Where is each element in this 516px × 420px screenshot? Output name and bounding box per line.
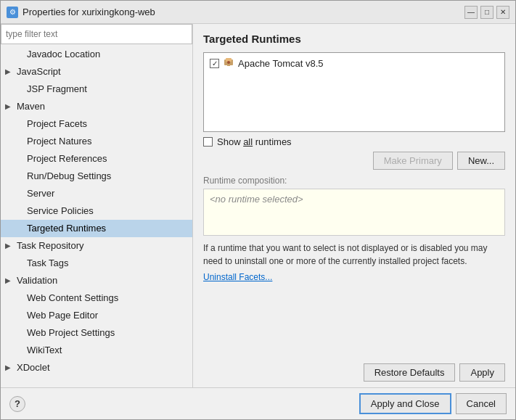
composition-box: <no runtime selected> bbox=[203, 189, 505, 236]
show-all-row: Show all runtimes bbox=[203, 136, 505, 147]
tree-container: Javadoc Location ▶ JavaScript JSP Fragme… bbox=[1, 44, 192, 387]
expand-icon: ▶ bbox=[5, 65, 14, 79]
footer-right: Apply and Close Cancel bbox=[359, 393, 507, 414]
spacer-icon bbox=[15, 343, 24, 358]
sidebar-item-javadoc[interactable]: Javadoc Location bbox=[1, 46, 192, 63]
spacer-icon bbox=[15, 152, 24, 166]
sidebar-item-label: JavaScript bbox=[17, 65, 61, 79]
sidebar-item-xdoclet[interactable]: ▶ XDoclet bbox=[1, 359, 192, 376]
dialog: ⚙ Properties for xurixingkong-web — □ ✕ … bbox=[0, 0, 516, 420]
composition-placeholder: <no runtime selected> bbox=[210, 194, 303, 205]
title-bar-controls: — □ ✕ bbox=[464, 6, 509, 19]
sidebar-item-maven[interactable]: ▶ Maven bbox=[1, 98, 192, 115]
dialog-footer: ? Apply and Close Cancel bbox=[1, 387, 515, 419]
help-button[interactable]: ? bbox=[9, 396, 25, 412]
svg-rect-3 bbox=[227, 64, 230, 66]
cancel-button[interactable]: Cancel bbox=[456, 393, 507, 414]
spacer-icon bbox=[15, 204, 24, 218]
sidebar-item-label: Web Page Editor bbox=[27, 308, 98, 323]
tomcat-icon bbox=[224, 57, 234, 70]
tomcat-checkbox[interactable] bbox=[210, 59, 219, 68]
spacer-icon bbox=[15, 134, 24, 149]
spacer-icon bbox=[15, 82, 24, 96]
sidebar-item-label: Project Natures bbox=[27, 134, 92, 149]
info-text: If a runtime that you want to select is … bbox=[203, 242, 505, 268]
sidebar-item-project-references[interactable]: Project References bbox=[1, 150, 192, 168]
spacer-icon bbox=[15, 47, 24, 62]
show-all-checkbox[interactable] bbox=[203, 137, 213, 147]
sidebar: Javadoc Location ▶ JavaScript JSP Fragme… bbox=[1, 24, 193, 387]
sidebar-item-web-content-settings[interactable]: Web Content Settings bbox=[1, 289, 192, 307]
sidebar-item-project-natures[interactable]: Project Natures bbox=[1, 133, 192, 150]
spacer-icon bbox=[15, 308, 24, 323]
dialog-icon: ⚙ bbox=[7, 7, 18, 18]
panel-title: Targeted Runtimes bbox=[203, 33, 505, 45]
sidebar-item-label: Web Project Settings bbox=[27, 326, 115, 340]
svg-point-2 bbox=[227, 61, 230, 64]
sidebar-item-label: XDoclet bbox=[17, 361, 50, 375]
sidebar-item-server[interactable]: Server bbox=[1, 185, 192, 202]
minimize-button[interactable]: — bbox=[464, 6, 478, 19]
sidebar-item-label: Targeted Runtimes bbox=[27, 221, 106, 236]
sidebar-item-label: Javadoc Location bbox=[27, 47, 100, 62]
spacer-icon bbox=[15, 291, 24, 305]
sidebar-item-label: Server bbox=[27, 186, 54, 201]
sidebar-item-label: Project References bbox=[27, 152, 107, 166]
sidebar-item-service-policies[interactable]: Service Policies bbox=[1, 202, 192, 220]
expand-icon: ▶ bbox=[5, 99, 14, 114]
sidebar-item-task-repository[interactable]: ▶ Task Repository bbox=[1, 237, 192, 255]
sidebar-item-label: WikiText bbox=[27, 343, 62, 358]
make-primary-button[interactable]: Make Primary bbox=[373, 152, 453, 170]
sidebar-item-jsp-fragment[interactable]: JSP Fragment bbox=[1, 81, 192, 98]
right-panel: Targeted Runtimes Apache Tomcat v8.5 bbox=[193, 24, 515, 387]
sidebar-item-validation[interactable]: ▶ Validation bbox=[1, 272, 192, 289]
filter-input[interactable] bbox=[1, 24, 192, 44]
sidebar-item-label: Web Content Settings bbox=[27, 291, 118, 305]
restore-defaults-button[interactable]: Restore Defaults bbox=[364, 363, 456, 382]
expand-icon: ▶ bbox=[5, 239, 14, 253]
sidebar-item-task-tags[interactable]: Task Tags bbox=[1, 255, 192, 272]
spacer-icon bbox=[15, 256, 24, 271]
sidebar-item-project-facets[interactable]: Project Facets bbox=[1, 115, 192, 133]
apply-close-button[interactable]: Apply and Close bbox=[359, 393, 451, 414]
composition-label: Runtime composition: bbox=[203, 176, 505, 186]
runtime-label-tomcat: Apache Tomcat v8.5 bbox=[238, 58, 324, 69]
sidebar-item-label: Maven bbox=[17, 99, 45, 114]
sidebar-item-label: Task Tags bbox=[27, 256, 69, 271]
spacer-icon bbox=[15, 326, 24, 340]
spacer-icon bbox=[15, 221, 24, 236]
spacer-icon bbox=[15, 117, 24, 131]
sidebar-item-label: Task Repository bbox=[17, 239, 83, 253]
main-content: Javadoc Location ▶ JavaScript JSP Fragme… bbox=[1, 24, 515, 387]
runtime-buttons: Make Primary New... bbox=[203, 152, 505, 170]
apply-button[interactable]: Apply bbox=[459, 363, 505, 382]
spacer-icon bbox=[15, 169, 24, 184]
show-all-label: Show all runtimes bbox=[217, 136, 292, 147]
sidebar-item-label: Project Facets bbox=[27, 117, 87, 131]
sidebar-item-label: JSP Fragment bbox=[27, 82, 87, 96]
footer-left: ? bbox=[9, 396, 25, 412]
title-bar: ⚙ Properties for xurixingkong-web — □ ✕ bbox=[1, 1, 515, 24]
sidebar-item-wikitext[interactable]: WikiText bbox=[1, 342, 192, 359]
panel-bottom-buttons: Restore Defaults Apply bbox=[203, 363, 505, 382]
close-button[interactable]: ✕ bbox=[496, 6, 509, 19]
expand-icon: ▶ bbox=[5, 361, 14, 375]
sidebar-item-targeted-runtimes[interactable]: Targeted Runtimes bbox=[1, 220, 192, 237]
sidebar-item-run-debug[interactable]: Run/Debug Settings bbox=[1, 168, 192, 185]
expand-icon: ▶ bbox=[5, 273, 14, 288]
maximize-button[interactable]: □ bbox=[480, 6, 494, 19]
sidebar-item-label: Run/Debug Settings bbox=[27, 169, 111, 184]
sidebar-item-label: Service Policies bbox=[27, 204, 94, 218]
runtime-item-tomcat[interactable]: Apache Tomcat v8.5 bbox=[207, 56, 501, 71]
sidebar-item-label: Validation bbox=[17, 273, 57, 288]
dialog-title: Properties for xurixingkong-web bbox=[22, 7, 460, 17]
spacer-icon bbox=[15, 186, 24, 201]
new-button[interactable]: New... bbox=[457, 152, 505, 170]
sidebar-item-web-page-editor[interactable]: Web Page Editor bbox=[1, 307, 192, 324]
uninstall-facets-link[interactable]: Uninstall Facets... bbox=[203, 272, 505, 282]
sidebar-item-javascript[interactable]: ▶ JavaScript bbox=[1, 63, 192, 81]
runtime-list[interactable]: Apache Tomcat v8.5 bbox=[203, 52, 505, 132]
sidebar-item-web-project-settings[interactable]: Web Project Settings bbox=[1, 324, 192, 342]
